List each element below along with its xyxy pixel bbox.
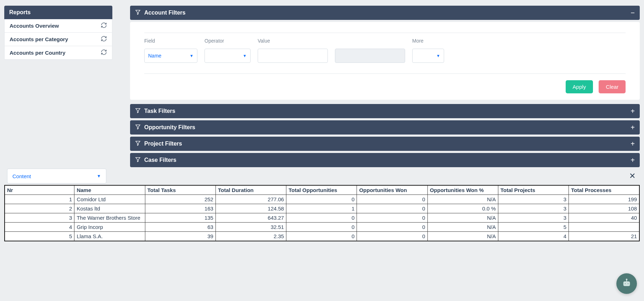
filter-title: Task Filters [144,108,175,114]
cell-opps: 1 [286,204,357,213]
cell-tasks: 252 [145,195,215,204]
cell-wonpct: 0.0 % [427,204,498,213]
value-input[interactable] [258,49,328,63]
cell-name: Grip Incorp [74,223,145,232]
more-select[interactable]: ▼ [412,49,444,63]
table-row[interactable]: 5Llama S.A.392.3500N/A421 [5,232,639,241]
plus-icon: + [631,108,635,114]
cell-wonpct: N/A [427,195,498,204]
cell-won: 0 [357,223,427,232]
refresh-icon[interactable] [101,22,107,29]
table-header-opportunities-won[interactable]: Opportunities Won [357,185,427,195]
plus-icon: + [631,125,635,130]
field-select-value: Name [148,53,161,59]
cell-tasks: 39 [145,232,215,241]
operator-select[interactable]: ▼ [205,49,251,63]
table-row[interactable]: 3The Warner Brothers Store135643.2700N/A… [5,213,639,223]
results-table: Nr Name Total Tasks Total Duration Total… [4,185,640,241]
content-select[interactable]: Content ▼ [7,169,106,184]
cell-duration: 277.06 [215,195,286,204]
apply-button[interactable]: Apply [566,80,593,93]
reports-panel: Reports Accounts Overview Accounts per C… [4,6,112,60]
cell-name: The Warner Brothers Store [74,213,145,223]
filter-bar-account[interactable]: Account Filters − [130,6,640,20]
cell-processes: 108 [569,204,639,213]
filter-title: Case Filters [144,157,177,163]
filter-icon [135,140,141,147]
table-row[interactable]: 1Comidor Ltd252277.0600N/A3199 [5,195,639,204]
table-header-name[interactable]: Name [74,185,145,195]
cell-processes: 199 [569,195,639,204]
plus-icon: + [631,141,635,147]
cell-duration: 124.58 [215,204,286,213]
table-header-total-processes[interactable]: Total Processes [569,185,639,195]
minus-icon: − [631,10,635,16]
refresh-icon[interactable] [101,35,107,43]
filter-bar-opportunity[interactable]: Opportunity Filters + [130,120,640,135]
filter-icon [135,157,141,164]
close-icon[interactable]: ✕ [628,170,637,182]
table-header-opportunities-won-pct[interactable]: Opportunities Won % [427,185,498,195]
reports-list: Accounts Overview Accounts per Category … [4,19,112,60]
filter-icon [135,9,141,16]
cell-nr: 5 [5,232,74,241]
table-header-total-tasks[interactable]: Total Tasks [145,185,215,195]
cell-won: 0 [357,213,427,223]
cell-won: 0 [357,232,427,241]
cell-projects: 3 [498,195,569,204]
cell-projects: 3 [498,204,569,213]
sidebar-item-accounts-per-country[interactable]: Accounts per Country [5,46,112,59]
svg-marker-2 [136,125,140,129]
cell-name: Kostas ltd [74,204,145,213]
reports-header: Reports [4,6,112,19]
cell-duration: 32.51 [215,223,286,232]
cell-won: 0 [357,204,427,213]
sidebar-item-label: Accounts per Category [10,36,68,42]
cell-tasks: 63 [145,223,215,232]
filter-label-value: Value [258,38,328,44]
cell-name: Llama S.A. [74,232,145,241]
table-header-row: Nr Name Total Tasks Total Duration Total… [5,185,639,195]
sidebar-item-label: Accounts Overview [10,23,59,29]
cell-nr: 1 [5,195,74,204]
cell-opps: 0 [286,195,357,204]
plus-icon: + [631,157,635,163]
content-select-value: Content [12,173,31,179]
table-header-nr[interactable]: Nr [5,185,74,195]
cell-wonpct: N/A [427,223,498,232]
field-select[interactable]: Name ▼ [144,49,197,63]
filter-body-account: Field Operator Value More Name ▼ [130,22,640,100]
table-row[interactable]: 2Kostas ltd163124.58100.0 %3108 [5,204,639,213]
sidebar-item-accounts-per-category[interactable]: Accounts per Category [5,33,112,46]
cell-processes: 21 [569,232,639,241]
value-input-disabled [335,49,405,63]
table-header-total-projects[interactable]: Total Projects [498,185,569,195]
filter-bar-task[interactable]: Task Filters + [130,104,640,118]
chevron-down-icon: ▼ [97,174,101,179]
cell-won: 0 [357,195,427,204]
cell-projects: 3 [498,213,569,223]
cell-opps: 0 [286,232,357,241]
filter-bar-project[interactable]: Project Filters + [130,137,640,151]
cell-tasks: 163 [145,204,215,213]
clear-button[interactable]: Clear [599,80,626,93]
cell-duration: 2.35 [215,232,286,241]
chevron-down-icon: ▼ [190,54,194,58]
chevron-down-icon: ▼ [436,54,440,58]
reports-title: Reports [9,9,30,15]
refresh-icon[interactable] [101,49,107,56]
cell-wonpct: N/A [427,232,498,241]
cell-nr: 3 [5,213,74,223]
table-row[interactable]: 4Grip Incorp6332.5100N/A5 [5,223,639,232]
cell-opps: 0 [286,213,357,223]
filter-label-more: More [412,38,444,44]
table-header-total-opportunities[interactable]: Total Opportunities [286,185,357,195]
filter-title: Project Filters [144,141,182,147]
filters-column: Account Filters − Field Operator Value M… [130,6,640,167]
sidebar-item-accounts-overview[interactable]: Accounts Overview [5,19,112,33]
table-header-total-duration[interactable]: Total Duration [215,185,286,195]
cell-nr: 4 [5,223,74,232]
cell-processes: 40 [569,213,639,223]
filter-title: Account Filters [144,10,185,16]
filter-bar-case[interactable]: Case Filters + [130,153,640,167]
